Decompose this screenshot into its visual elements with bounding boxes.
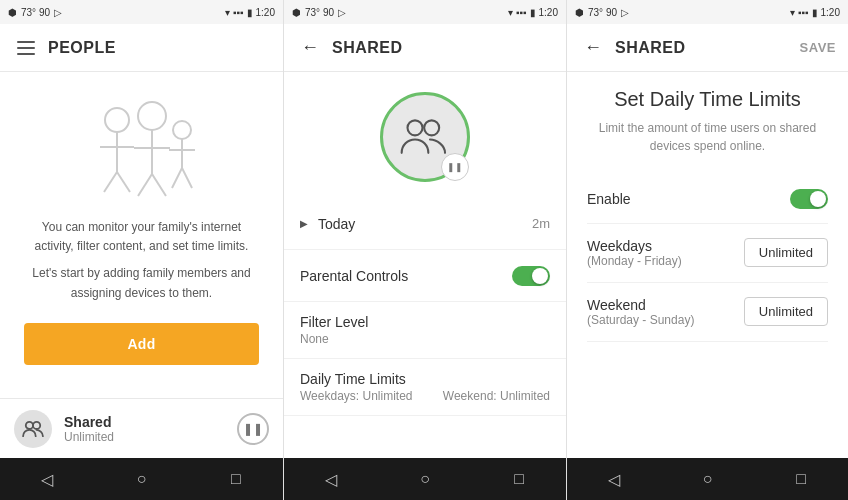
time-2: 1:20 xyxy=(539,7,558,18)
status-bar-2: ⬢ 73° 90 ▷ ▾ ▪▪▪ ▮ 1:20 xyxy=(284,0,566,24)
parental-controls-label: Parental Controls xyxy=(300,268,408,284)
svg-line-13 xyxy=(172,168,182,188)
panel1-body: You can monitor your family's internet a… xyxy=(0,72,283,398)
daily-time-limits-row[interactable]: Daily Time Limits Weekdays: Unlimited We… xyxy=(284,359,566,416)
weekdays-value: Weekdays: Unlimited xyxy=(300,389,413,403)
weekend-label-group: Weekend (Saturday - Sunday) xyxy=(587,297,694,327)
back-button-3[interactable]: ← xyxy=(579,34,607,62)
enable-toggle-thumb xyxy=(810,191,826,207)
status-bar-right-1: ▾ ▪▪▪ ▮ 1:20 xyxy=(225,7,275,18)
save-button[interactable]: SAVE xyxy=(800,40,836,55)
battery-icon-3: ▮ xyxy=(812,7,818,18)
nav-back-1[interactable]: ◁ xyxy=(29,461,65,497)
parental-controls-toggle[interactable] xyxy=(512,266,550,286)
panel2-list: ▶ Today 2m Parental Controls Filter Leve… xyxy=(284,198,566,458)
signal-bars-3: ▪▪▪ xyxy=(798,7,809,18)
weekdays-limit-button[interactable]: Unlimited xyxy=(744,238,828,267)
nav-back-3[interactable]: ◁ xyxy=(596,461,632,497)
filter-level-value: None xyxy=(300,332,550,346)
nav-back-2[interactable]: ◁ xyxy=(313,461,349,497)
avatar-section: ❚❚ xyxy=(284,72,566,198)
bluetooth-icon: ⬢ xyxy=(8,7,17,18)
nav-square-3[interactable]: □ xyxy=(783,461,819,497)
temp-3: 73° 90 xyxy=(588,7,617,18)
toolbar-1: PEOPLE xyxy=(0,24,283,72)
enable-label: Enable xyxy=(587,191,631,207)
weekdays-header: Weekdays (Monday - Friday) Unlimited xyxy=(587,238,828,268)
bottom-nav-3: ◁ ○ □ xyxy=(567,458,848,500)
add-button[interactable]: Add xyxy=(24,323,259,365)
menu-button[interactable] xyxy=(12,34,40,62)
temp-2: 73° 90 xyxy=(305,7,334,18)
nav-square-2[interactable]: □ xyxy=(501,461,537,497)
status-bar-left-2: ⬢ 73° 90 ▷ xyxy=(292,7,346,18)
signal-icon-1: ▷ xyxy=(54,7,62,18)
status-bar-1: ⬢ 73° 90 ▷ ▾ ▪▪▪ ▮ 1:20 xyxy=(0,0,283,24)
weekend-value: Weekend: Unlimited xyxy=(443,389,550,403)
svg-line-14 xyxy=(182,168,192,188)
time-limits-subtitle: Limit the amount of time users on shared… xyxy=(587,119,828,155)
panel3-body: Set Daily Time Limits Limit the amount o… xyxy=(567,72,848,458)
pause-icon: ❚❚ xyxy=(243,422,263,436)
shared-row[interactable]: Shared Unlimited ❚❚ xyxy=(0,398,283,458)
back-button-2[interactable]: ← xyxy=(296,34,324,62)
svg-point-0 xyxy=(105,108,129,132)
daily-time-limits-label: Daily Time Limits xyxy=(300,371,550,387)
shared-name: Shared xyxy=(64,414,225,430)
nav-square-1[interactable]: □ xyxy=(218,461,254,497)
battery-icon-2: ▮ xyxy=(530,7,536,18)
today-row[interactable]: ▶ Today 2m xyxy=(284,198,566,250)
shared-sub: Unlimited xyxy=(64,430,225,444)
panel-time-limits: ⬢ 73° 90 ▷ ▾ ▪▪▪ ▮ 1:20 ← SHARED SAVE Se… xyxy=(567,0,848,500)
family-illustration xyxy=(72,92,212,202)
bottom-nav-1: ◁ ○ □ xyxy=(0,458,283,500)
filter-level-row[interactable]: Filter Level None xyxy=(284,302,566,359)
people-icon-large xyxy=(400,116,450,158)
parental-controls-row[interactable]: Parental Controls xyxy=(284,250,566,302)
enable-toggle[interactable] xyxy=(790,189,828,209)
panel1-description2: Let's start by adding family members and… xyxy=(24,264,259,302)
weekend-sub: (Saturday - Sunday) xyxy=(587,313,694,327)
status-bar-right-2: ▾ ▪▪▪ ▮ 1:20 xyxy=(508,7,558,18)
shared-pause-button[interactable]: ❚❚ xyxy=(237,413,269,445)
svg-point-10 xyxy=(173,121,191,139)
svg-point-18 xyxy=(424,120,439,135)
weekend-row[interactable]: Weekend (Saturday - Sunday) Unlimited xyxy=(587,283,828,342)
daily-time-limits-detail: Weekdays: Unlimited Weekend: Unlimited xyxy=(300,389,550,403)
weekend-title: Weekend xyxy=(587,297,694,313)
page-title-1: PEOPLE xyxy=(48,39,116,57)
wifi-icon-3: ▾ xyxy=(790,7,795,18)
filter-level-label: Filter Level xyxy=(300,314,550,330)
battery-icon-1: ▮ xyxy=(247,7,253,18)
svg-line-4 xyxy=(117,172,130,192)
status-bar-left-3: ⬢ 73° 90 ▷ xyxy=(575,7,629,18)
weekdays-row[interactable]: Weekdays (Monday - Friday) Unlimited xyxy=(587,224,828,283)
arrow-icon: ▶ xyxy=(300,218,308,229)
today-label: Today xyxy=(318,216,355,232)
svg-point-5 xyxy=(138,102,166,130)
nav-home-2[interactable]: ○ xyxy=(407,461,443,497)
weekdays-title: Weekdays xyxy=(587,238,682,254)
shared-info: Shared Unlimited xyxy=(64,414,225,444)
svg-point-16 xyxy=(33,421,40,428)
enable-action xyxy=(790,189,828,209)
nav-home-3[interactable]: ○ xyxy=(689,461,725,497)
wifi-icon-2: ▾ xyxy=(508,7,513,18)
shared-avatar xyxy=(14,410,52,448)
page-title-3: SHARED xyxy=(615,39,686,57)
nav-home-1[interactable]: ○ xyxy=(123,461,159,497)
avatar-pause-button[interactable]: ❚❚ xyxy=(441,153,469,181)
weekend-limit-button[interactable]: Unlimited xyxy=(744,297,828,326)
wifi-icon-1: ▾ xyxy=(225,7,230,18)
signal-icon-3: ▷ xyxy=(621,7,629,18)
enable-row[interactable]: Enable xyxy=(587,175,828,224)
svg-line-3 xyxy=(104,172,117,192)
toggle-thumb xyxy=(532,268,548,284)
weekend-header: Weekend (Saturday - Sunday) Unlimited xyxy=(587,297,828,327)
signal-bars-1: ▪▪▪ xyxy=(233,7,244,18)
panel-shared-detail: ⬢ 73° 90 ▷ ▾ ▪▪▪ ▮ 1:20 ← SHARED ❚❚ xyxy=(284,0,567,500)
bluetooth-icon-2: ⬢ xyxy=(292,7,301,18)
page-title-2: SHARED xyxy=(332,39,403,57)
panel1-description: You can monitor your family's internet a… xyxy=(24,218,259,256)
time-3: 1:20 xyxy=(821,7,840,18)
